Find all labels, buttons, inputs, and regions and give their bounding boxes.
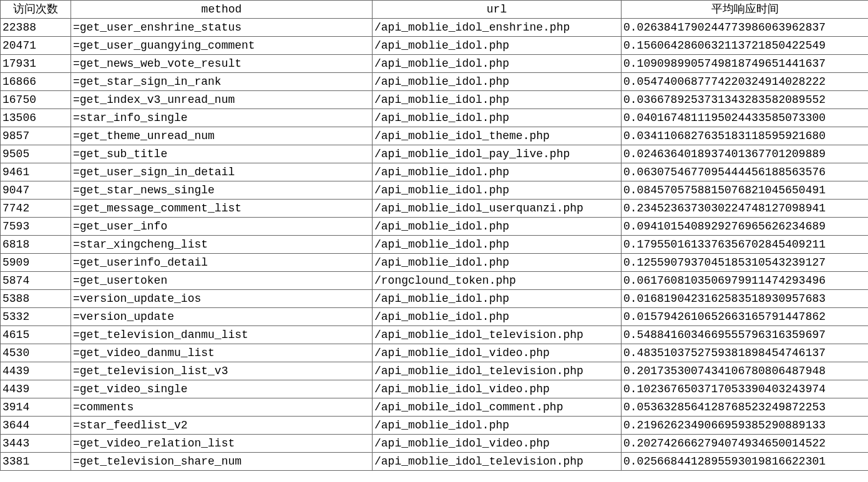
cell-avg: 0.5488416034669555796316359697 (622, 326, 869, 344)
cell-method: =get_television_list_v3 (71, 362, 373, 380)
cell-url: /api_moblie_idol_video.php (373, 344, 622, 362)
table-row: 3914=comments/api_mobile_idol_comment.ph… (1, 398, 869, 417)
cell-count: 3914 (1, 398, 71, 417)
cell-avg: 0.0168190423162583518930957683 (622, 290, 869, 308)
cell-count: 5909 (1, 254, 71, 272)
cell-count: 9505 (1, 145, 71, 163)
col-avg-header: 平均响应时间 (622, 1, 869, 19)
cell-avg: 0.1090989905749818749651441637 (622, 55, 869, 73)
cell-count: 4439 (1, 380, 71, 398)
cell-url: /api_moblie_idol_television.php (373, 362, 622, 380)
cell-count: 16750 (1, 91, 71, 109)
cell-count: 16866 (1, 73, 71, 91)
cell-method: =get_news_web_vote_result (71, 55, 373, 73)
cell-avg: 0.2027426662794074934650014522 (622, 435, 869, 453)
cell-count: 5332 (1, 308, 71, 326)
cell-count: 9047 (1, 181, 71, 200)
cell-method: =get_star_sign_in_rank (71, 73, 373, 91)
cell-avg: 0.0246364018937401367701209889 (622, 145, 869, 163)
cell-count: 7742 (1, 200, 71, 218)
cell-url: /api_moblie_idol.php (373, 290, 622, 308)
cell-count: 6818 (1, 236, 71, 254)
cell-method: =get_television_danmu_list (71, 326, 373, 344)
col-url-header: url (373, 1, 622, 19)
cell-avg: 0.0941015408929276965626234689 (622, 218, 869, 236)
cell-avg: 0.0845705758815076821045650491 (622, 181, 869, 200)
table-row: 6818=star_xingcheng_list/api_moblie_idol… (1, 236, 869, 254)
table-row: 3644=star_feedlist_v2/api_moblie_idol.ph… (1, 417, 869, 435)
cell-method: =get_user_info (71, 218, 373, 236)
header-row: 访问次数 method url 平均响应时间 (1, 1, 869, 19)
cell-avg: 0.1023676503717053390403243974 (622, 380, 869, 398)
cell-avg: 0.0366789253731343283582089552 (622, 91, 869, 109)
table-row: 5874=get_usertoken/rongclound_token.php0… (1, 272, 869, 290)
cell-method: =star_info_single (71, 109, 373, 127)
cell-method: =star_feedlist_v2 (71, 417, 373, 435)
cell-url: /api_moblie_idol.php (373, 55, 622, 73)
cell-avg: 0.0341106827635183118595921680 (622, 127, 869, 145)
cell-method: =get_index_v3_unread_num (71, 91, 373, 109)
table-row: 7593=get_user_info/api_moblie_idol.php0.… (1, 218, 869, 236)
table-row: 9857=get_theme_unread_num/api_moblie_ido… (1, 127, 869, 145)
col-count-header: 访问次数 (1, 1, 71, 19)
cell-avg: 0.2196262349066959385290889133 (622, 417, 869, 435)
cell-avg: 0.1560642860632113721850422549 (622, 37, 869, 55)
cell-method: =get_usertoken (71, 272, 373, 290)
cell-method: =get_video_single (71, 380, 373, 398)
table-row: 4439=get_television_list_v3/api_moblie_i… (1, 362, 869, 380)
cell-url: /api_moblie_idol_pay_live.php (373, 145, 622, 163)
table-row: 5332=version_update/api_moblie_idol.php0… (1, 308, 869, 326)
table-row: 4615=get_television_danmu_list/api_mobli… (1, 326, 869, 344)
cell-count: 4439 (1, 362, 71, 380)
table-row: 7742=get_message_comment_list/api_moblie… (1, 200, 869, 218)
cell-count: 9461 (1, 163, 71, 181)
cell-url: /api_moblie_idol.php (373, 254, 622, 272)
cell-method: =get_theme_unread_num (71, 127, 373, 145)
table-row: 17931=get_news_web_vote_result/api_mobli… (1, 55, 869, 73)
cell-method: =version_update_ios (71, 290, 373, 308)
cell-url: /api_moblie_idol_television.php (373, 453, 622, 471)
cell-url: /api_moblie_idol_userquanzi.php (373, 200, 622, 218)
table-row: 9047=get_star_news_single/api_moblie_ido… (1, 181, 869, 200)
cell-count: 3644 (1, 417, 71, 435)
cell-count: 4615 (1, 326, 71, 344)
cell-count: 7593 (1, 218, 71, 236)
cell-avg: 0.0157942610652663165791447862 (622, 308, 869, 326)
table-row: 4439=get_video_single/api_moblie_idol_vi… (1, 380, 869, 398)
cell-method: =comments (71, 398, 373, 417)
cell-avg: 0.2017353007434106780806487948 (622, 362, 869, 380)
cell-avg: 0.0547400687774220324914028222 (622, 73, 869, 91)
table-row: 5388=version_update_ios/api_moblie_idol.… (1, 290, 869, 308)
table-row: 20471=get_user_guangying_comment/api_mob… (1, 37, 869, 55)
cell-url: /api_moblie_idol.php (373, 37, 622, 55)
table-row: 22388=get_user_enshrine_status/api_mobli… (1, 19, 869, 37)
cell-avg: 0.0617608103506979911474293496 (622, 272, 869, 290)
cell-url: /api_moblie_idol.php (373, 163, 622, 181)
table-row: 4530=get_video_danmu_list/api_moblie_ido… (1, 344, 869, 362)
cell-count: 22388 (1, 19, 71, 37)
cell-method: =get_star_news_single (71, 181, 373, 200)
cell-method: =get_user_enshrine_status (71, 19, 373, 37)
cell-avg: 0.1255907937045185310543239127 (622, 254, 869, 272)
cell-count: 20471 (1, 37, 71, 55)
cell-count: 13506 (1, 109, 71, 127)
cell-avg: 0.2345236373030224748127098941 (622, 200, 869, 218)
cell-method: =get_user_sign_in_detail (71, 163, 373, 181)
cell-url: /api_moblie_idol_enshrine.php (373, 19, 622, 37)
table-row: 5909=get_userinfo_detail/api_moblie_idol… (1, 254, 869, 272)
table-body: 22388=get_user_enshrine_status/api_mobli… (1, 19, 869, 471)
table-row: 3443=get_video_relation_list/api_moblie_… (1, 435, 869, 453)
cell-avg: 0.0630754677095444456188563576 (622, 163, 869, 181)
cell-count: 4530 (1, 344, 71, 362)
cell-url: /api_mobile_idol_comment.php (373, 398, 622, 417)
cell-url: /api_moblie_idol.php (373, 91, 622, 109)
cell-url: /api_moblie_idol_video.php (373, 380, 622, 398)
api-stats-table: 访问次数 method url 平均响应时间 22388=get_user_en… (0, 0, 868, 471)
cell-method: =get_video_danmu_list (71, 344, 373, 362)
cell-avg: 0.0536328564128768523249872253 (622, 398, 869, 417)
cell-url: /api_moblie_idol_theme.php (373, 127, 622, 145)
cell-avg: 0.0256684412895593019816622301 (622, 453, 869, 471)
cell-method: =version_update (71, 308, 373, 326)
table-row: 13506=star_info_single/api_moblie_idol.p… (1, 109, 869, 127)
cell-count: 17931 (1, 55, 71, 73)
